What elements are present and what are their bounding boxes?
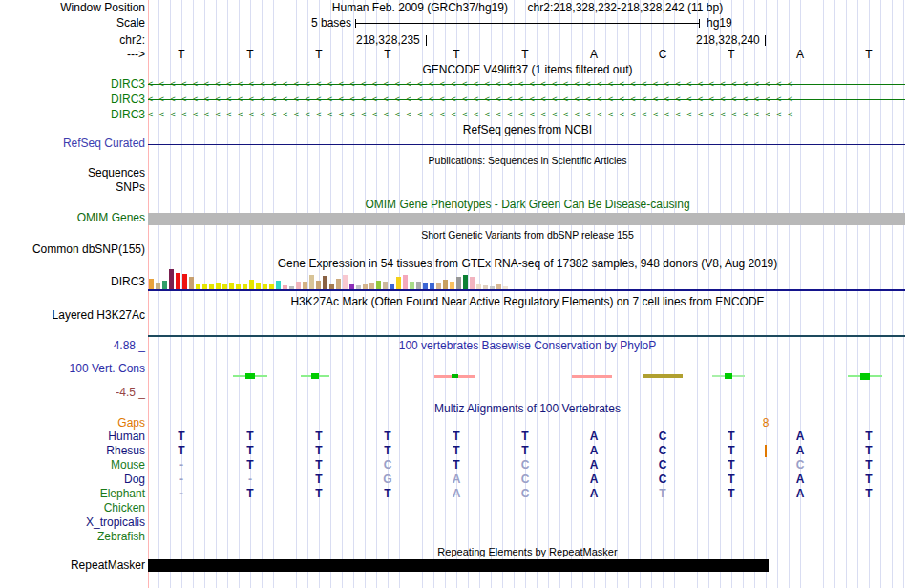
- alignment-base: A: [766, 473, 834, 486]
- common-dbsnp-label[interactable]: Common dbSNP(155): [0, 243, 145, 256]
- alignment-base: -: [147, 459, 216, 472]
- layered-h3k27ac-label[interactable]: Layered H3K27Ac: [0, 309, 145, 322]
- alignment-base: T: [834, 459, 903, 472]
- refseq-curated-label[interactable]: RefSeq Curated: [0, 137, 145, 150]
- gene-label-dirc3-3[interactable]: DIRC3: [0, 109, 145, 121]
- alignment-base: T: [147, 430, 216, 443]
- gtex-baseline: [148, 289, 905, 291]
- multiz-gap-count: 8: [759, 417, 772, 430]
- gencode-track-title: GENCODE V49lift37 (1 items filtered out): [148, 64, 907, 76]
- alignment-base: T: [628, 488, 697, 500]
- alignment-base: T: [491, 430, 559, 443]
- gtex-track-title: Gene Expression in 54 tissues from GTEx …: [148, 258, 907, 270]
- h3k27ac-baseline: [148, 335, 905, 337]
- gtex-expression-bar: [423, 283, 428, 289]
- phylop-axis-max: 4.88 _: [0, 340, 145, 352]
- alignment-base: T: [216, 430, 285, 443]
- assembly-title: Human Feb. 2009 (GRCh37/hg19): [332, 1, 508, 14]
- gene-intron-arrows-1[interactable]: <<<<<<<<<<<<<<<<<<<<<<<<<<<<<<<<<<<<<<<<…: [148, 78, 905, 91]
- sequence-base: A: [559, 49, 628, 61]
- phylop-score-box: [245, 373, 255, 379]
- gtex-expression-bar: [189, 277, 194, 289]
- range-title: chr2:218,328,232-218,328,242 (11 bp): [528, 1, 724, 14]
- alignment-base: T: [285, 445, 353, 457]
- multiz-track-title: Multiz Alignments of 100 Vertebrates: [148, 403, 907, 415]
- gtex-expression-bar: [443, 280, 448, 289]
- alignment-base: T: [491, 445, 559, 457]
- alignment-base: T: [697, 473, 766, 486]
- sequence-base: T: [216, 49, 285, 61]
- sequence-base: C: [628, 49, 697, 61]
- gtex-expression-bar: [383, 282, 388, 289]
- publications-sequences-label[interactable]: Sequences: [0, 167, 145, 179]
- omim-genes-label[interactable]: OMIM Genes: [0, 212, 145, 224]
- alignment-base: C: [628, 445, 697, 457]
- alignment-base: T: [697, 488, 766, 500]
- coordinate-right-tick: [765, 35, 766, 46]
- sequence-base: T: [491, 49, 559, 61]
- phylop-axis-min: -4.5 _: [0, 387, 145, 399]
- sequence-base: T: [285, 49, 353, 61]
- window-position-label: Window Position: [0, 2, 145, 14]
- alignment-base: C: [628, 430, 697, 443]
- alignment-base: C: [491, 488, 559, 500]
- alignment-base: G: [353, 473, 422, 486]
- alignment-base: T: [285, 430, 353, 443]
- alignment-base: T: [285, 488, 353, 500]
- publications-snps-label[interactable]: SNPs: [0, 181, 145, 194]
- alignment-base: T: [834, 488, 903, 500]
- alignment-base: -: [216, 473, 285, 486]
- scale-value: 5 bases: [304, 17, 351, 29]
- coordinate-left-tick: [426, 35, 427, 46]
- alignment-base: C: [491, 473, 559, 486]
- gtex-expression-bar: [182, 274, 187, 289]
- gtex-expression-bar: [456, 277, 461, 289]
- phylop-track-label[interactable]: 100 Vert. Cons: [0, 363, 145, 375]
- phylop-score-box: [725, 373, 732, 379]
- genome-browser-image: Window Position Human Feb. 2009 (GRCh37/…: [0, 0, 907, 588]
- refseq-track-title: RefSeq genes from NCBI: [148, 124, 907, 136]
- gtex-expression-bar: [316, 281, 321, 289]
- gtex-expression-bar: [256, 283, 261, 289]
- gtex-expression-bar: [463, 275, 468, 289]
- alignment-base: T: [216, 459, 285, 472]
- gene-intron-arrows-2[interactable]: <<<<<<<<<<<<<<<<<<<<<<<<<<<<<<<<<<<<<<<<…: [148, 94, 905, 106]
- gtex-expression-bar: [403, 275, 408, 289]
- repeatmasker-label[interactable]: RepeatMasker: [0, 559, 145, 572]
- gtex-expression-bar: [470, 277, 475, 289]
- publications-track-title: Publications: Sequences in Scientific Ar…: [148, 155, 907, 167]
- gene-label-dirc3-1[interactable]: DIRC3: [0, 78, 145, 91]
- gtex-expression-barchart[interactable]: [149, 269, 906, 289]
- window-position-title: Human Feb. 2009 (GRCh37/hg19) chr2:218,3…: [148, 2, 907, 14]
- gtex-expression-bar: [376, 281, 381, 289]
- alignment-base: T: [285, 473, 353, 486]
- repeatmasker-element-bar[interactable]: [148, 559, 769, 572]
- repeatmasker-track-title: Repeating Elements by RepeatMasker: [148, 546, 907, 558]
- alignment-base: T: [216, 445, 285, 457]
- gtex-expression-bar: [309, 275, 314, 289]
- gtex-expression-bar: [216, 283, 221, 289]
- omim-gene-bar[interactable]: [148, 213, 905, 225]
- multiz-alignment-grid[interactable]: TTTTTTACTATTTTTTTACTAT-TTCTCACTCT--TGACA…: [0, 430, 907, 545]
- alignment-base: A: [559, 430, 628, 443]
- gtex-expression-bar: [369, 283, 374, 289]
- refseq-curated-line[interactable]: [148, 144, 905, 145]
- chromosome-label: chr2:: [0, 34, 145, 47]
- coordinate-left: 218,328,235: [356, 34, 420, 46]
- gtex-expression-bar: [416, 282, 421, 289]
- phylop-score-line: [572, 375, 612, 378]
- sequence-base: T: [834, 49, 903, 61]
- phylop-score-box: [311, 373, 319, 379]
- alignment-base: A: [422, 473, 491, 486]
- alignment-base: C: [766, 459, 834, 472]
- alignment-base: T: [216, 488, 285, 500]
- gtex-gene-label[interactable]: DIRC3: [0, 276, 145, 288]
- multiz-gaps-label[interactable]: Gaps: [0, 417, 145, 430]
- gene-intron-arrows-3[interactable]: <<<<<<<<<<<<<<<<<<<<<<<<<<<<<<<<<<<<<<<<…: [148, 109, 905, 121]
- alignment-base: C: [628, 459, 697, 472]
- gene-label-dirc3-2[interactable]: DIRC3: [0, 94, 145, 106]
- scale-ruler-tick-right: [699, 19, 700, 28]
- alignment-base: T: [697, 430, 766, 443]
- alignment-base: A: [766, 488, 834, 500]
- sequence-base: T: [422, 49, 491, 61]
